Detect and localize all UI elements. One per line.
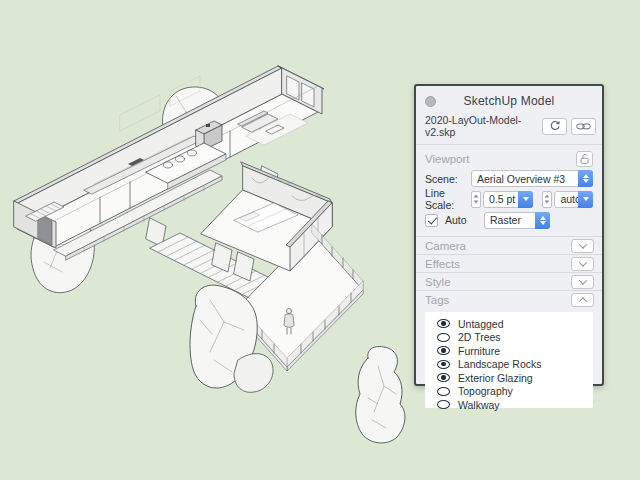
section-label: Camera: [425, 240, 571, 252]
chevron-down-icon: [578, 191, 593, 208]
panel-title: SketchUp Model: [416, 94, 602, 108]
tags-list: Untagged2D TreesFurnitureLandscape Rocks…: [425, 312, 593, 408]
line-scale-dropdown[interactable]: 0.5 pt: [483, 191, 533, 208]
tag-label: Walkway: [458, 399, 500, 411]
tags-disclosure-button[interactable]: [571, 293, 594, 307]
viewport-section-label: Viewport: [425, 153, 576, 165]
eye-visible-icon[interactable]: [437, 346, 450, 355]
tag-label: Furniture: [458, 345, 500, 357]
eye-hidden-icon[interactable]: [437, 387, 450, 396]
tag-label: Topography: [458, 385, 513, 397]
tag-row[interactable]: Furniture: [431, 344, 593, 357]
render-mode-dropdown[interactable]: Raster: [484, 212, 550, 229]
camera-disclosure-button[interactable]: [571, 239, 594, 253]
chevron-icon: [578, 258, 586, 266]
eye-visible-icon[interactable]: [437, 373, 450, 382]
model-reference-row: 2020-LayOut-Model-v2.skp: [416, 111, 602, 144]
line-scale-stepper[interactable]: [471, 191, 481, 208]
style-disclosure-button[interactable]: [571, 275, 594, 289]
section-style[interactable]: Style: [416, 272, 602, 290]
tag-row[interactable]: Landscape Rocks: [431, 358, 593, 371]
rock-bottom-right: [356, 346, 405, 442]
circular-arrow-icon: [549, 120, 561, 132]
chain-link-icon: [576, 122, 591, 131]
render-refresh-button[interactable]: [542, 118, 567, 135]
tag-label: Exterior Glazing: [458, 372, 533, 384]
auto-checkbox[interactable]: [425, 214, 438, 227]
tag-label: 2D Trees: [458, 331, 501, 343]
panel-header: SketchUp Model: [416, 91, 602, 111]
auto-label: Auto: [445, 214, 471, 226]
section-label: Effects: [425, 258, 571, 270]
section-camera[interactable]: Camera: [416, 236, 602, 254]
chevron-icon: [578, 297, 586, 305]
chevron-icon: [578, 240, 586, 248]
popup-stepper-icon: [535, 212, 550, 229]
eye-hidden-icon[interactable]: [437, 400, 450, 409]
scene-dropdown[interactable]: Aerial Overview #3: [471, 170, 593, 187]
chevron-down-icon: [518, 191, 533, 208]
scene-label: Scene:: [425, 173, 471, 185]
section-label: Style: [425, 276, 571, 288]
sketchup-model-panel: SketchUp Model 2020-LayOut-Model-v2.skp …: [414, 84, 604, 386]
line-scale-label: Line Scale:: [425, 187, 471, 211]
line-scale-auto-stepper[interactable]: [542, 191, 552, 208]
scene-value: Aerial Overview #3: [472, 173, 592, 185]
tag-label: Untagged: [458, 318, 504, 330]
effects-disclosure-button[interactable]: [571, 257, 594, 271]
eye-hidden-icon[interactable]: [437, 333, 450, 342]
tag-row[interactable]: 2D Trees: [431, 331, 593, 344]
eye-visible-icon[interactable]: [437, 360, 450, 369]
layout-document-canvas: SketchUp Model 2020-LayOut-Model-v2.skp …: [0, 0, 640, 480]
tag-row[interactable]: Exterior Glazing: [431, 371, 593, 384]
model-filename: 2020-LayOut-Model-v2.skp: [425, 114, 538, 138]
link-model-button[interactable]: [571, 118, 596, 135]
section-tags[interactable]: Tags: [416, 290, 602, 308]
viewport-section: Viewport Scene: Aerial Overview #3 Line …: [416, 145, 602, 236]
tag-row[interactable]: Topography: [431, 385, 593, 398]
tag-row[interactable]: Untagged: [431, 317, 593, 330]
chevron-icon: [578, 276, 586, 284]
tag-label: Landscape Rocks: [458, 358, 541, 370]
eye-visible-icon[interactable]: [437, 319, 450, 328]
line-scale-auto-dropdown[interactable]: auto: [554, 191, 593, 208]
popup-stepper-icon: [578, 170, 593, 187]
tag-row[interactable]: Walkway: [431, 398, 593, 411]
unlock-icon: [579, 153, 590, 165]
panel-close-button[interactable]: [425, 96, 436, 107]
section-label: Tags: [425, 294, 571, 306]
viewport-lock-button[interactable]: [576, 151, 593, 167]
section-effects[interactable]: Effects: [416, 254, 602, 272]
